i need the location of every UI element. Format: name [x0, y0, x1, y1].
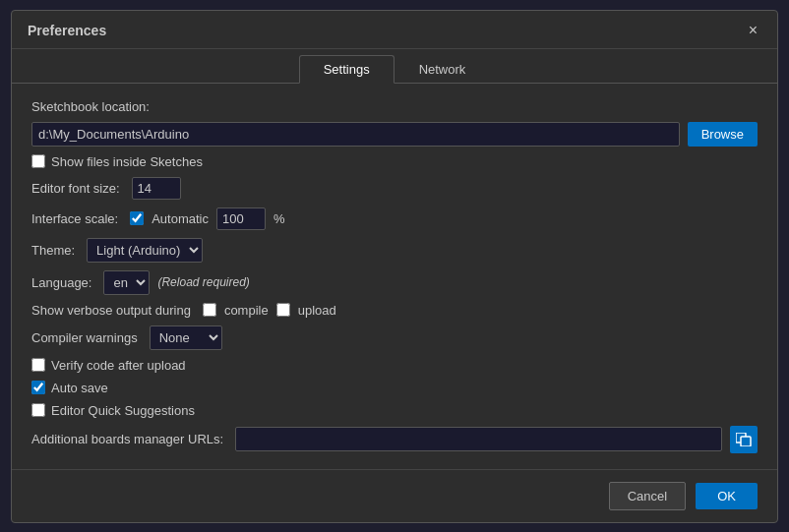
- verify-code-row: Verify code after upload: [31, 358, 758, 373]
- dialog-footer: Cancel OK: [12, 469, 777, 522]
- show-files-label: Show files inside Sketches: [51, 154, 203, 169]
- reload-label: (Reload required): [157, 275, 249, 289]
- theme-select[interactable]: Light (Arduino) Dark Default: [87, 238, 203, 263]
- auto-save-checkbox[interactable]: [31, 381, 45, 394]
- automatic-checkbox[interactable]: [130, 211, 144, 225]
- font-size-row: Editor font size:: [31, 177, 758, 200]
- additional-boards-icon-button[interactable]: [730, 426, 758, 453]
- verbose-row: Show verbose output during compile uploa…: [31, 303, 758, 318]
- language-select[interactable]: en es fr: [103, 270, 150, 295]
- quick-suggestions-row: Editor Quick Suggestions: [31, 403, 758, 418]
- show-files-checkbox[interactable]: [31, 154, 45, 168]
- dialog-title: Preferences: [28, 23, 106, 38]
- verify-code-checkbox[interactable]: [31, 358, 45, 372]
- svg-rect-1: [741, 437, 751, 446]
- quick-suggestions-checkbox[interactable]: [31, 403, 45, 417]
- additional-boards-label: Additional boards manager URLs:: [31, 432, 223, 446]
- compile-label: compile: [224, 303, 269, 318]
- compiler-warnings-label: Compiler warnings: [31, 330, 138, 345]
- settings-content: Sketchbook location: Browse Show files i…: [12, 84, 777, 469]
- interface-scale-label: Interface scale:: [31, 211, 118, 226]
- browse-button[interactable]: Browse: [688, 122, 758, 147]
- theme-label: Theme:: [31, 243, 75, 258]
- language-label: Language:: [31, 275, 91, 290]
- editor-font-input[interactable]: [132, 177, 181, 200]
- additional-boards-row: Additional boards manager URLs:: [31, 426, 758, 453]
- automatic-label: Automatic: [152, 211, 209, 226]
- tab-network[interactable]: Network: [394, 55, 491, 83]
- additional-boards-input[interactable]: [235, 427, 722, 451]
- auto-save-label: Auto save: [51, 381, 108, 395]
- sketchbook-row: Browse: [31, 122, 758, 147]
- verbose-label: Show verbose output during: [31, 303, 191, 318]
- close-button[interactable]: ×: [745, 21, 761, 40]
- sketchbook-input[interactable]: [31, 122, 680, 147]
- tabs-bar: Settings Network: [12, 49, 777, 84]
- theme-row: Theme: Light (Arduino) Dark Default: [31, 238, 758, 263]
- compiler-warnings-select[interactable]: None Default More All: [150, 325, 222, 350]
- upload-checkbox[interactable]: [276, 303, 290, 317]
- compiler-warnings-row: Compiler warnings None Default More All: [31, 325, 758, 350]
- verify-code-label: Verify code after upload: [51, 358, 186, 373]
- ok-button[interactable]: OK: [696, 483, 758, 509]
- editor-font-label: Editor font size:: [31, 181, 120, 196]
- cancel-button[interactable]: Cancel: [609, 482, 686, 510]
- auto-save-row: Auto save: [31, 381, 758, 395]
- compile-checkbox[interactable]: [203, 303, 216, 317]
- quick-suggestions-label: Editor Quick Suggestions: [51, 403, 195, 418]
- upload-label: upload: [298, 303, 336, 318]
- titlebar: Preferences ×: [12, 11, 777, 49]
- scale-input[interactable]: [216, 207, 266, 230]
- interface-scale-row: Interface scale: Automatic %: [31, 207, 758, 230]
- preferences-dialog: Preferences × Settings Network Sketchboo…: [11, 10, 778, 523]
- sketchbook-label: Sketchbook location:: [31, 99, 758, 114]
- tab-settings[interactable]: Settings: [299, 55, 394, 84]
- percent-label: %: [273, 211, 285, 226]
- language-row: Language: en es fr (Reload required): [31, 270, 758, 295]
- show-files-row: Show files inside Sketches: [31, 154, 758, 169]
